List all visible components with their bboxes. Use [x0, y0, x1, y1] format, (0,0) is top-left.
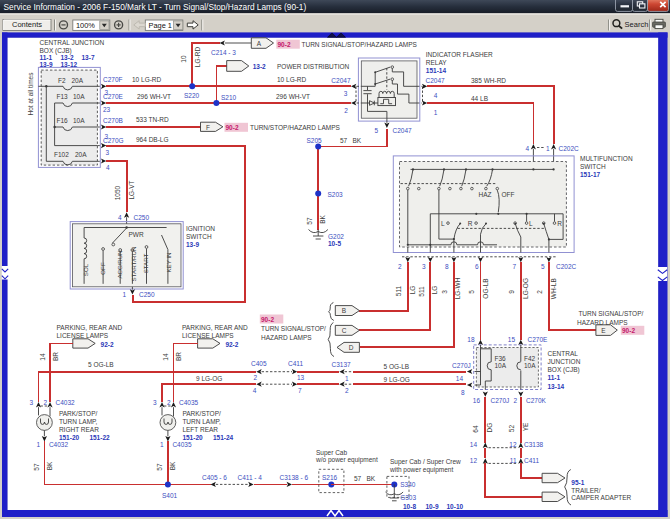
- svg-text:HAZARD LAMPS: HAZARD LAMPS: [577, 319, 628, 326]
- svg-text:L: L: [441, 220, 445, 227]
- svg-text:BK: BK: [169, 461, 176, 470]
- svg-text:C270E: C270E: [103, 93, 124, 100]
- svg-text:10-10: 10-10: [447, 503, 464, 510]
- svg-text:3: 3: [422, 263, 426, 270]
- svg-text:CAMPER ADAPTER: CAMPER ADAPTER: [571, 494, 631, 501]
- svg-text:LEFT REAR: LEFT REAR: [182, 426, 218, 433]
- svg-text:R: R: [468, 220, 473, 227]
- svg-text:F16: F16: [57, 117, 69, 124]
- svg-text:F: F: [206, 124, 210, 131]
- svg-text:TURN/STOP/HAZARD LAMPS: TURN/STOP/HAZARD LAMPS: [250, 124, 340, 131]
- svg-text:5: 5: [541, 263, 545, 270]
- svg-text:90-2: 90-2: [622, 327, 635, 334]
- svg-text:B: B: [342, 307, 346, 314]
- svg-text:C405: C405: [251, 360, 267, 367]
- svg-text:Hot at all times: Hot at all times: [27, 72, 34, 116]
- svg-text:with power equipment: with power equipment: [389, 466, 453, 474]
- svg-text:Service Information - 2006 F-1: Service Information - 2006 F-150/Mark LT…: [4, 2, 307, 12]
- svg-text:23: 23: [103, 106, 111, 113]
- svg-text:1: 1: [434, 109, 438, 116]
- svg-text:C3137: C3137: [332, 361, 352, 368]
- svg-text:LG: LG: [409, 286, 416, 295]
- svg-text:1: 1: [345, 375, 349, 382]
- svg-text:C2047: C2047: [393, 127, 413, 134]
- svg-text:C270K: C270K: [526, 397, 547, 404]
- svg-text:DG: DG: [486, 423, 493, 433]
- svg-text:10 LG-RD: 10 LG-RD: [132, 76, 162, 83]
- svg-text:2: 2: [167, 399, 171, 406]
- svg-text:15: 15: [508, 336, 516, 343]
- svg-text:RELAY: RELAY: [426, 59, 447, 66]
- svg-text:START: START: [142, 253, 149, 273]
- svg-text:9: 9: [508, 290, 515, 294]
- svg-text:13-2: 13-2: [253, 63, 266, 70]
- svg-text:13-9: 13-9: [40, 61, 53, 68]
- svg-text:151-24: 151-24: [213, 434, 234, 441]
- svg-text:151-20: 151-20: [182, 434, 203, 441]
- svg-text:511: 511: [395, 285, 402, 296]
- svg-text:8: 8: [445, 263, 449, 270]
- svg-text:S401: S401: [162, 492, 178, 499]
- svg-text:CENTRAL JUNCTION: CENTRAL JUNCTION: [40, 39, 105, 46]
- svg-text:57: 57: [354, 475, 362, 482]
- svg-text:TURN LAMP,: TURN LAMP,: [182, 418, 221, 425]
- svg-text:LG-RD: LG-RD: [194, 47, 201, 68]
- svg-text:151-17: 151-17: [580, 171, 601, 178]
- svg-text:5: 5: [468, 290, 475, 294]
- svg-text:964 DB-LG: 964 DB-LG: [136, 136, 169, 143]
- svg-text:Search: Search: [625, 20, 649, 29]
- svg-text:C405 - 6: C405 - 6: [202, 474, 227, 481]
- svg-text:HAZ: HAZ: [479, 191, 492, 198]
- svg-text:2: 2: [344, 107, 348, 114]
- svg-text:S216: S216: [322, 474, 338, 481]
- svg-text:10-5: 10-5: [328, 240, 341, 247]
- svg-text:18: 18: [467, 336, 475, 343]
- svg-text:C2047: C2047: [331, 77, 351, 84]
- svg-text:14: 14: [39, 353, 46, 361]
- svg-text:BK: BK: [46, 461, 53, 470]
- svg-text:C3138 - 6: C3138 - 6: [280, 474, 309, 481]
- svg-text:R: R: [557, 220, 562, 227]
- svg-text:4: 4: [118, 214, 122, 221]
- svg-text:92-2: 92-2: [101, 341, 114, 348]
- svg-text:F36: F36: [495, 355, 507, 362]
- svg-text:PARKING, REAR AND: PARKING, REAR AND: [182, 324, 248, 331]
- svg-text:3: 3: [441, 290, 448, 294]
- svg-text:2: 2: [398, 263, 402, 270]
- svg-text:POWER DISTRIBUTION: POWER DISTRIBUTION: [277, 63, 350, 70]
- svg-text:C: C: [342, 327, 347, 334]
- svg-text:TRAILER/: TRAILER/: [571, 487, 600, 494]
- svg-text:C411: C411: [524, 457, 539, 464]
- svg-text:C4032: C4032: [49, 441, 69, 448]
- svg-text:2: 2: [254, 374, 258, 381]
- svg-text:w/o power equipment: w/o power equipment: [315, 456, 378, 464]
- svg-text:57: 57: [33, 463, 40, 471]
- svg-text:PARK/STOP/: PARK/STOP/: [182, 410, 221, 417]
- svg-text:4: 4: [106, 164, 110, 171]
- svg-text:1: 1: [546, 145, 550, 152]
- svg-text:7: 7: [298, 387, 302, 394]
- svg-text:14: 14: [456, 375, 464, 382]
- svg-text:1050: 1050: [114, 185, 121, 200]
- svg-text:90-2: 90-2: [226, 124, 239, 131]
- svg-text:C250: C250: [134, 214, 150, 221]
- svg-text:PARK/STOP/: PARK/STOP/: [59, 410, 98, 417]
- svg-text:9 LG-OG: 9 LG-OG: [384, 376, 410, 383]
- svg-text:52: 52: [508, 425, 515, 433]
- svg-text:BOX (CJB): BOX (CJB): [548, 366, 580, 374]
- svg-text:92-2: 92-2: [225, 341, 238, 348]
- svg-text:L: L: [529, 220, 533, 227]
- svg-text:13-14: 13-14: [548, 383, 565, 390]
- svg-text:E: E: [601, 327, 606, 334]
- svg-text:90-2: 90-2: [261, 316, 274, 323]
- svg-text:SOL: SOL: [82, 263, 89, 276]
- svg-text:MULTIFUNCTION: MULTIFUNCTION: [580, 155, 633, 162]
- svg-text:START/RUN: START/RUN: [130, 247, 137, 282]
- svg-text:C270F: C270F: [103, 76, 123, 83]
- svg-text:3: 3: [344, 90, 348, 97]
- svg-text:SWITCH: SWITCH: [186, 233, 212, 240]
- svg-text:10A: 10A: [73, 117, 85, 124]
- svg-text:Page 1: Page 1: [149, 21, 172, 30]
- svg-text:LG-WH: LG-WH: [454, 277, 461, 299]
- svg-text:57: 57: [156, 463, 163, 471]
